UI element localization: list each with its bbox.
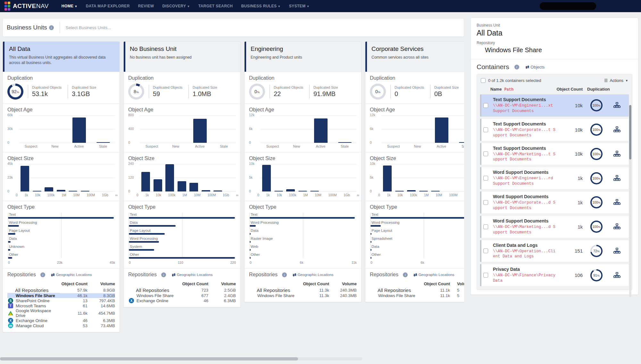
nav-item-discovery[interactable]: DISCOVERY▼: [162, 4, 190, 8]
info-icon[interactable]: i: [403, 272, 408, 277]
type-label: Data: [370, 245, 464, 248]
section-title: Object Type: [370, 204, 464, 210]
scrollbar-thumb[interactable]: [629, 105, 631, 159]
nav-item-review[interactable]: REVIEW: [138, 4, 154, 8]
nav-item-data-map-explorer[interactable]: DATA MAP EXPLORER: [86, 4, 130, 8]
row-checkbox[interactable]: [483, 273, 488, 278]
x-axis-label: Active: [309, 144, 333, 148]
col-object-count[interactable]: Object Count: [556, 87, 583, 92]
container-path: \\AN-DC-VM\Marketing...t Support Documen…: [493, 152, 556, 163]
card-header[interactable]: Engineering Engineering and Product unit…: [245, 42, 361, 72]
row-checkbox[interactable]: [483, 224, 488, 229]
duplicated-objects-value: 53.1k: [32, 90, 63, 98]
row-checkbox[interactable]: [483, 200, 488, 205]
info-icon[interactable]: i: [49, 25, 54, 30]
x-axis-label: 0: [250, 261, 252, 264]
container-path: \\AN-DC-VM\Engineeri...rd Support Docume…: [493, 176, 556, 187]
container-row[interactable]: Client Data and Logs \\AN-DC-VM\Operatio…: [480, 240, 629, 262]
container-row[interactable]: Text Support Documents \\AN-DC-VM\Engine…: [480, 94, 629, 117]
x-axis-label: 100k: [289, 193, 296, 197]
container-row[interactable]: Privacy Data \\AN-DC-VM\Finance\Privacy …: [480, 264, 629, 286]
hierarchy-icon[interactable]: [613, 151, 620, 157]
type-label: Page Layout: [8, 229, 115, 232]
nav-item-system[interactable]: SYSTEM▼: [289, 4, 310, 8]
row-checkbox[interactable]: [483, 176, 488, 181]
container-row[interactable]: Text Support Documents \\AN-DC-VM\Market…: [480, 143, 629, 165]
chart-bar: [8, 233, 15, 235]
card-header[interactable]: Corporate Services Common services acros…: [365, 42, 464, 72]
hierarchy-icon[interactable]: [613, 102, 620, 109]
business-unit-card[interactable]: All Data This virtual Business Unit aggr…: [3, 41, 120, 332]
stat-label: Duplicated Size: [193, 85, 224, 89]
user-account-redacted[interactable]: [540, 2, 596, 10]
stat-label: Duplicated Objects: [395, 85, 426, 89]
card-header[interactable]: No Business Unit No business unit has be…: [124, 42, 240, 72]
actions-menu[interactable]: ☰ Actions ▼: [604, 78, 628, 83]
x-axis-label: 1k: [387, 193, 390, 197]
hierarchy-icon[interactable]: [613, 126, 620, 133]
chart-bar: [338, 142, 352, 143]
container-row[interactable]: Word Support Documents \\AN-DC-VM\Corpor…: [480, 191, 629, 214]
info-icon[interactable]: i: [161, 272, 166, 277]
main-area: Business Units i Select Business Units..…: [0, 12, 641, 364]
geographic-locations-toggle[interactable]: ⇄ Geographic Locations: [51, 272, 92, 277]
geographic-locations-toggle[interactable]: ⇄ Geographic Locations: [293, 272, 334, 277]
row-checkbox[interactable]: [483, 151, 488, 156]
hierarchy-icon[interactable]: [613, 272, 620, 279]
duplicated-objects-value: 0: [395, 90, 426, 98]
y-axis-label: 0: [370, 141, 372, 144]
chevron-down-icon: ▼: [278, 5, 280, 8]
col-name[interactable]: Name: [490, 87, 502, 92]
info-icon[interactable]: i: [514, 65, 519, 69]
containers-title: Containers: [477, 63, 509, 71]
container-row[interactable]: Word Support Documents \\AN-DC-VM\Engine…: [480, 167, 629, 189]
info-icon[interactable]: i: [40, 272, 45, 277]
nav-item-business-rules[interactable]: BUSINESS RULES▼: [241, 4, 280, 8]
chart-bar: [129, 249, 154, 251]
duplication-donut: 72%: [590, 245, 603, 257]
brand-logo[interactable]: ACTIVENAV: [4, 2, 49, 11]
select-all-checkbox[interactable]: [481, 78, 486, 83]
business-unit-card[interactable]: Engineering Engineering and Product unit…: [244, 41, 362, 302]
col-path[interactable]: Path: [504, 87, 513, 92]
x-axis-label: 1k: [266, 193, 270, 197]
row-checkbox[interactable]: [483, 248, 488, 253]
chart-bar: [8, 249, 10, 251]
business-units-select[interactable]: Select Business Units...: [66, 25, 111, 30]
x-axis-label: 10M: [194, 193, 200, 197]
container-row[interactable]: Word Support Documents \\AN-DC-VM\Market…: [480, 216, 629, 238]
hierarchy-icon[interactable]: [613, 223, 620, 230]
row-checkbox[interactable]: [483, 103, 488, 108]
type-label: Other: [250, 253, 357, 256]
geographic-locations-toggle[interactable]: ⇄ Geographic Locations: [172, 272, 213, 277]
hierarchy-icon[interactable]: [613, 175, 620, 182]
col-duplication[interactable]: Duplication: [583, 87, 613, 92]
business-units-header: Business Units i Select Business Units..…: [3, 18, 464, 37]
nav-item-target-search[interactable]: TARGET SEARCH: [198, 4, 233, 8]
business-unit-card[interactable]: No Business Unit No business unit has be…: [123, 41, 241, 307]
business-unit-card[interactable]: Corporate Services Common services acros…: [365, 41, 464, 302]
windows-icon: [476, 47, 482, 53]
duplication-section: Duplication 0% Duplicated Objects 22 Dup…: [245, 72, 361, 103]
objects-toggle[interactable]: ⇄ Objects: [526, 64, 545, 69]
chart-bar: [370, 257, 371, 259]
chart-bar: [189, 183, 198, 191]
y-axis-label: 30k: [7, 127, 13, 131]
x-axis-label: 0: [370, 261, 372, 264]
horizontal-scrollbar[interactable]: [0, 357, 362, 360]
chart-bar: [250, 217, 355, 219]
card-header[interactable]: All Data This virtual Business Unit aggr…: [3, 42, 120, 72]
hierarchy-icon[interactable]: [613, 248, 620, 254]
vertical-scrollbar[interactable]: [629, 105, 631, 297]
scrollbar-thumb[interactable]: [0, 357, 298, 360]
row-checkbox[interactable]: [483, 127, 488, 132]
info-icon[interactable]: i: [282, 272, 287, 277]
geographic-locations-toggle[interactable]: ⇄ Geographic Locations: [413, 272, 454, 277]
hierarchy-icon[interactable]: [613, 199, 620, 206]
container-row[interactable]: Text Support Documents \\AN-DC-VM\Corpor…: [480, 119, 629, 141]
duplicated-size-value: 0B: [434, 90, 464, 98]
nav-item-home[interactable]: HOME▼: [62, 4, 78, 8]
windows-icon: [250, 293, 255, 298]
top-nav: ACTIVENAV HOME▼DATA MAP EXPLORERREVIEWDI…: [0, 0, 641, 12]
chart-bar: [262, 165, 271, 191]
